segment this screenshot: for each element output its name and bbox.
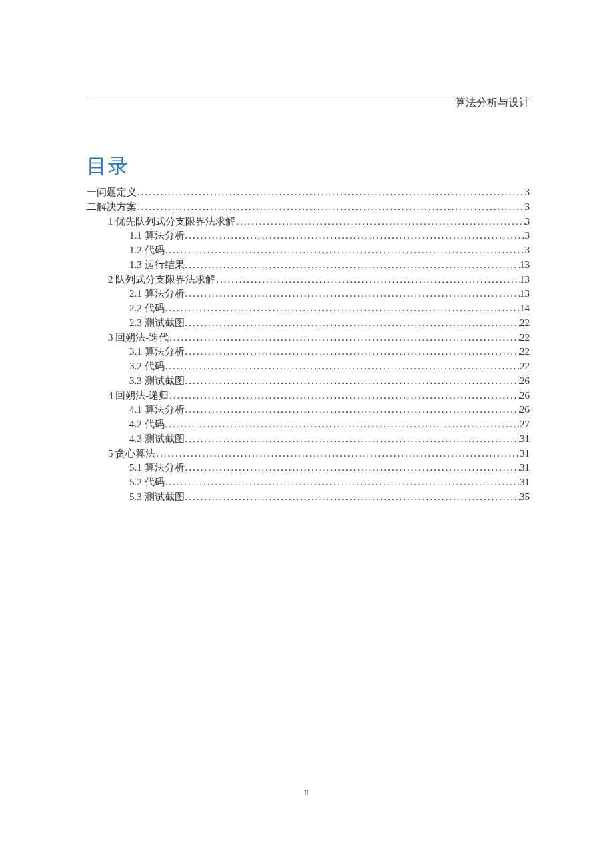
toc-entry-page: 13 (520, 287, 530, 301)
toc-leader-dots (185, 374, 520, 389)
toc-leader-dots (137, 200, 525, 215)
toc-entry-label: 一问题定义 (87, 185, 137, 200)
toc-entry-page: 35 (520, 490, 530, 505)
toc-leader-dots (165, 359, 520, 374)
toc-entry-label: 4 回朔法-递归 (108, 389, 169, 403)
toc-entry[interactable]: 5.2 代码31 (87, 475, 530, 490)
toc-entry[interactable]: 一问题定义3 (87, 185, 530, 200)
toc-entry-page: 14 (520, 301, 530, 316)
toc-entry[interactable]: 3.2 代码22 (87, 359, 530, 374)
toc-entry-label: 5 贪心算法 (108, 447, 155, 461)
toc-entry[interactable]: 4.2 代码27 (87, 417, 530, 432)
toc-entry[interactable]: 二解决方案3 (87, 200, 530, 215)
toc-entry-page: 13 (520, 273, 530, 287)
toc-leader-dots (165, 417, 520, 432)
toc-entry-label: 3.1 算法分析 (129, 345, 185, 359)
toc-entry-label: 二解决方案 (87, 200, 137, 215)
toc-heading: 目录 (87, 153, 530, 180)
toc-entry-label: 5.3 测试截图 (129, 490, 185, 505)
toc-leader-dots (185, 258, 520, 273)
toc-entry-label: 5.2 代码 (129, 475, 165, 490)
toc-leader-dots (165, 475, 520, 490)
toc-entry-label: 2.1 算法分析 (129, 287, 185, 301)
toc-entry-page: 31 (520, 475, 530, 490)
toc-entry[interactable]: 5.3 测试截图35 (87, 490, 530, 505)
toc-entry-label: 1.2 代码 (129, 243, 165, 258)
toc-entry[interactable]: 3 回朔法-迭代22 (87, 331, 530, 345)
page-header: 算法分析与设计 (87, 99, 530, 115)
toc-entry-page: 22 (520, 316, 530, 331)
toc-leader-dots (185, 229, 525, 243)
toc-leader-dots (185, 490, 520, 505)
toc-entry-page: 26 (520, 374, 530, 389)
toc-entry-page: 3 (525, 200, 530, 215)
toc-entry-page: 27 (520, 417, 530, 432)
toc-entry[interactable]: 2.1 算法分析13 (87, 287, 530, 301)
toc-leader-dots (137, 185, 525, 200)
toc-leader-dots (215, 273, 520, 287)
toc-entry-page: 26 (520, 403, 530, 417)
toc-leader-dots (185, 403, 520, 417)
header-title: 算法分析与设计 (455, 96, 530, 110)
toc-entry-page: 3 (525, 185, 530, 200)
toc-entry-label: 5.1 算法分析 (129, 461, 185, 475)
toc-entry-page: 22 (520, 345, 530, 359)
toc-leader-dots (155, 447, 520, 461)
toc-entry-page: 13 (520, 258, 530, 273)
toc-entry-label: 4.3 测试截图 (129, 432, 185, 447)
toc-entry[interactable]: 3.1 算法分析22 (87, 345, 530, 359)
toc-entry-label: 3.3 测试截图 (129, 374, 185, 389)
toc-entry-label: 3 回朔法-迭代 (108, 331, 169, 345)
toc-entry-label: 2 队列式分支限界法求解 (108, 273, 215, 287)
toc-leader-dots (185, 345, 520, 359)
toc-entry[interactable]: 2 队列式分支限界法求解13 (87, 273, 530, 287)
toc-entry-page: 3 (525, 229, 530, 243)
toc-entry-label: 4.2 代码 (129, 417, 165, 432)
toc-leader-dots (185, 287, 520, 301)
toc-entry-label: 4.1 算法分析 (129, 403, 185, 417)
toc-leader-dots (169, 389, 520, 403)
toc-entry-label: 1.3 运行结果 (129, 258, 185, 273)
toc-leader-dots (165, 301, 520, 316)
toc-entry-page: 31 (520, 461, 530, 475)
toc-entry[interactable]: 2.2 代码14 (87, 301, 530, 316)
toc-entry-page: 22 (520, 359, 530, 374)
toc-leader-dots (185, 316, 520, 331)
toc-entry[interactable]: 4 回朔法-递归26 (87, 389, 530, 403)
toc-entry-label: 3.2 代码 (129, 359, 165, 374)
toc-entry[interactable]: 1.3 运行结果13 (87, 258, 530, 273)
page-number: II (0, 787, 613, 798)
toc-entry[interactable]: 4.1 算法分析26 (87, 403, 530, 417)
toc-entry-label: 1.1 算法分析 (129, 229, 185, 243)
toc-leader-dots (235, 215, 524, 229)
table-of-contents: 一问题定义3二解决方案31 优先队列式分支限界法求解31.1 算法分析31.2 … (87, 185, 530, 505)
toc-entry[interactable]: 1 优先队列式分支限界法求解3 (87, 215, 530, 229)
toc-entry-page: 22 (520, 331, 530, 345)
toc-entry-page: 26 (520, 389, 530, 403)
toc-entry-page: 3 (525, 215, 530, 229)
toc-leader-dots (165, 243, 525, 258)
toc-entry[interactable]: 3.3 测试截图26 (87, 374, 530, 389)
toc-entry[interactable]: 1.1 算法分析3 (87, 229, 530, 243)
toc-entry[interactable]: 4.3 测试截图31 (87, 432, 530, 447)
toc-leader-dots (169, 331, 520, 345)
toc-entry[interactable]: 5 贪心算法31 (87, 447, 530, 461)
toc-entry-label: 2.3 测试截图 (129, 316, 185, 331)
toc-entry-page: 3 (525, 243, 530, 258)
toc-entry[interactable]: 2.3 测试截图22 (87, 316, 530, 331)
toc-leader-dots (185, 432, 520, 447)
toc-entry-page: 31 (520, 447, 530, 461)
toc-entry[interactable]: 1.2 代码3 (87, 243, 530, 258)
toc-leader-dots (185, 461, 520, 475)
toc-entry-page: 31 (520, 432, 530, 447)
toc-entry[interactable]: 5.1 算法分析31 (87, 461, 530, 475)
toc-entry-label: 1 优先队列式分支限界法求解 (108, 215, 235, 229)
toc-entry-label: 2.2 代码 (129, 301, 165, 316)
document-page: 算法分析与设计 目录 一问题定义3二解决方案31 优先队列式分支限界法求解31.… (0, 0, 613, 505)
